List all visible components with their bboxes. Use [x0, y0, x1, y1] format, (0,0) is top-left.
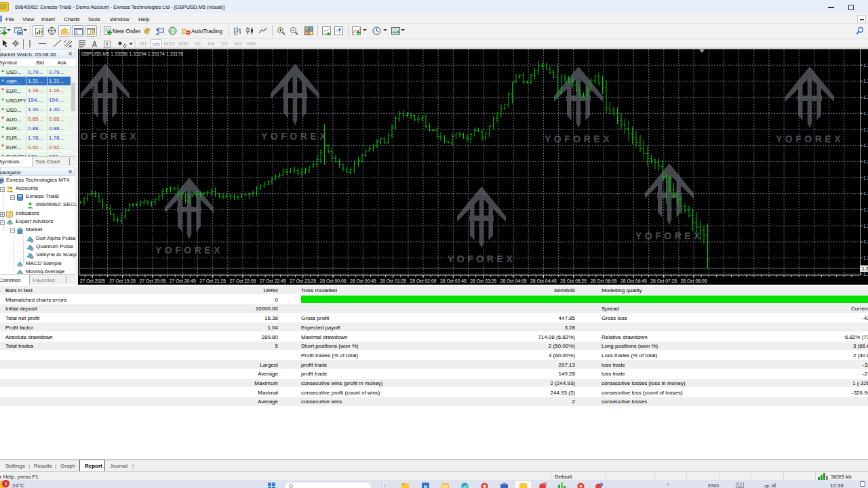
svg-text:27 Oct 20:05: 27 Oct 20:05	[140, 279, 166, 283]
svg-text:1.33: 1.33	[863, 159, 868, 164]
svg-text:28 Oct 03:25: 28 Oct 03:25	[470, 279, 496, 283]
svg-text:28 Oct 06:45: 28 Oct 06:45	[620, 279, 647, 283]
svg-text:1.33: 1.33	[863, 79, 868, 83]
svg-text:1.33: 1.33	[863, 207, 868, 212]
svg-text:27 Oct 23:25: 27 Oct 23:25	[290, 279, 316, 283]
svg-text:28 Oct 01:25: 28 Oct 01:25	[380, 279, 406, 283]
svg-text:28 Oct 06:05: 28 Oct 06:05	[591, 279, 617, 283]
svg-text:1.33: 1.33	[863, 111, 868, 116]
svg-text:1.33: 1.33	[863, 176, 868, 180]
svg-text:27 Oct 22:45: 27 Oct 22:45	[260, 279, 286, 283]
svg-text:20: 20	[543, 483, 547, 486]
svg-text:A: A	[92, 41, 97, 48]
svg-text:27 Oct 19:25: 27 Oct 19:25	[109, 279, 136, 283]
svg-text:28 Oct 07:25: 28 Oct 07:25	[650, 279, 677, 283]
svg-text:28 Oct 04:05: 28 Oct 04:05	[500, 279, 527, 283]
svg-text:1.33: 1.33	[863, 191, 868, 196]
svg-text:Y: Y	[600, 483, 602, 487]
svg-text:1.331: 1.331	[862, 266, 868, 271]
svg-text:27 Oct 21:25: 27 Oct 21:25	[199, 279, 226, 283]
svg-text:28 Oct 02:45: 28 Oct 02:45	[440, 279, 467, 283]
svg-text:T: T	[106, 41, 109, 47]
svg-text:GBPUSD,M5 1.33286 1.33294 1.3: GBPUSD,M5 1.33286 1.33294 1.33174 1.3317…	[81, 52, 183, 56]
svg-text:1.33: 1.33	[863, 63, 868, 68]
svg-text:1.33: 1.33	[863, 143, 868, 148]
svg-text:28 Oct 00:05: 28 Oct 00:05	[320, 279, 347, 283]
svg-text:28 Oct 02:05: 28 Oct 02:05	[410, 279, 437, 283]
svg-text:1.33: 1.33	[863, 95, 868, 100]
svg-text:1.33: 1.33	[863, 224, 868, 228]
svg-text:28 Oct 04:45: 28 Oct 04:45	[530, 279, 557, 283]
svg-text:1.33: 1.33	[863, 239, 868, 244]
svg-text:28 Oct 08:05: 28 Oct 08:05	[681, 279, 707, 283]
svg-text:1.33: 1.33	[863, 256, 868, 260]
svg-text:N: N	[424, 485, 427, 488]
svg-text:27 Oct 2025: 27 Oct 2025	[80, 279, 105, 283]
svg-text:k: k	[70, 44, 73, 48]
svg-text:11: 11	[233, 32, 238, 36]
svg-text:27 Oct 22:05: 27 Oct 22:05	[230, 279, 256, 283]
svg-text:1.33: 1.33	[863, 272, 868, 277]
svg-text:28 Oct 05:25: 28 Oct 05:25	[560, 279, 587, 283]
svg-text:28 Oct 00:45: 28 Oct 00:45	[350, 279, 376, 283]
svg-text:1.33: 1.33	[863, 127, 868, 132]
svg-text:27 Oct 20:45: 27 Oct 20:45	[170, 279, 196, 283]
